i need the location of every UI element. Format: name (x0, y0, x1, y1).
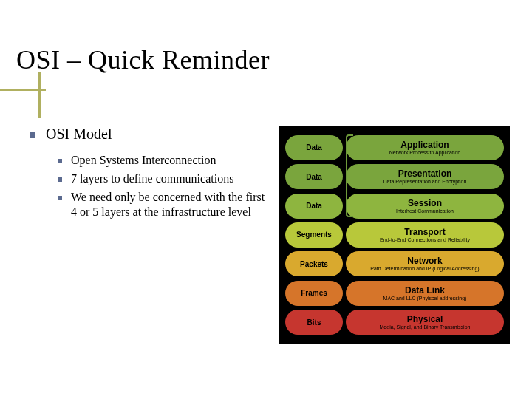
layer-subtitle: Media, Signal, and Binary Transmission (380, 324, 471, 330)
layer-row: Packets Network Path Determination and I… (285, 251, 504, 276)
bullet-icon (58, 159, 62, 163)
layer-pill: Transport End-to-End Connections and Rel… (346, 222, 504, 248)
layer-pill: Presentation Data Representation and Enc… (346, 164, 504, 189)
data-unit-pill: Frames (285, 281, 343, 306)
layer-subtitle: End-to-End Connections and Reliability (380, 237, 470, 242)
layer-subtitle: Network Process to Application (389, 150, 461, 155)
layer-pill: Data Link MAC and LLC (Phyiscal addressi… (346, 281, 504, 306)
list-item: Open Systems Interconnection (58, 153, 273, 168)
layer-name: Data Link (405, 286, 445, 295)
title-accent-vertical (38, 72, 41, 118)
data-unit-pill: Packets (285, 251, 343, 276)
title-container: OSI – Quick Reminder (16, 44, 270, 75)
list-item: We need only be concerned with the first… (58, 190, 273, 221)
bullet-icon (30, 132, 35, 138)
data-unit-pill: Data (285, 194, 343, 219)
bullet-text: We need only be concerned with the first… (71, 190, 273, 221)
layer-pill: Application Network Process to Applicati… (346, 135, 504, 160)
layer-row: Bits Physical Media, Signal, and Binary … (285, 310, 504, 335)
layer-name: Presentation (398, 169, 452, 178)
slide-title: OSI – Quick Reminder (16, 44, 270, 75)
list-item: 7 layers to define communications (58, 171, 273, 187)
layer-row: Segments Transport End-to-End Connection… (285, 222, 504, 248)
bullet-text: Open Systems Interconnection (71, 153, 216, 168)
layer-row: Frames Data Link MAC and LLC (Phyiscal a… (285, 281, 504, 306)
layer-subtitle: MAC and LLC (Phyiscal addressing) (383, 296, 467, 301)
layer-subtitle: Path Determination and IP (Logical Addre… (370, 266, 479, 271)
layer-name: Transport (404, 228, 445, 236)
layer-name: Network (407, 256, 442, 265)
layer-name: Session (408, 199, 442, 208)
heading-text: OSI Model (46, 126, 112, 143)
bracket-icon (346, 134, 353, 217)
data-unit-pill: Data (285, 164, 343, 189)
layer-subtitle: Interhost Communication (396, 208, 454, 214)
data-unit-pill: Segments (285, 222, 343, 248)
layer-pill: Network Path Determination and IP (Logic… (346, 251, 504, 276)
layer-name: Physical (407, 315, 443, 324)
layer-name: Application (400, 140, 449, 149)
layer-row: Data Presentation Data Representation an… (285, 164, 504, 189)
bullet-icon (58, 177, 62, 182)
layer-pill: Session Interhost Communication (346, 194, 504, 219)
content-area: OSI Model Open Systems Interconnection 7… (30, 126, 273, 223)
data-unit-pill: Data (285, 135, 343, 160)
layer-pill: Physical Media, Signal, and Binary Trans… (346, 310, 504, 335)
bullet-icon (58, 196, 62, 200)
bullet-text: 7 layers to define communications (71, 171, 233, 187)
layer-row: Data Session Interhost Communication (285, 194, 504, 219)
data-unit-pill: Bits (285, 310, 343, 335)
heading-item: OSI Model (30, 126, 273, 143)
osi-diagram: Data Application Network Process to Appl… (279, 126, 510, 344)
layer-row: Data Application Network Process to Appl… (285, 135, 504, 160)
layer-subtitle: Data Representation and Encryption (383, 179, 467, 184)
